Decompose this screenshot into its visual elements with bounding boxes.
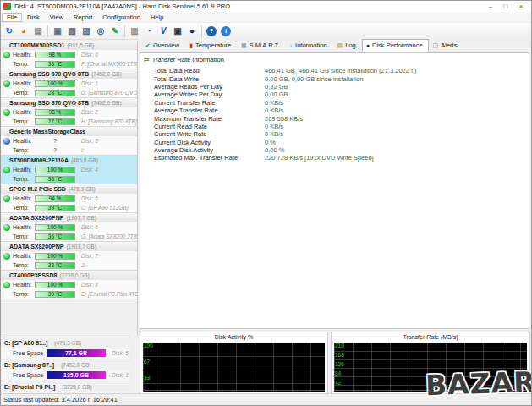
edit-icon[interactable]: ✎ — [108, 25, 122, 38]
perf-value: 0,00 % — [265, 146, 284, 154]
health-label: Health: — [13, 195, 35, 201]
check-circle-icon: ✔ — [145, 42, 151, 49]
tab-log[interactable]: ▤Log — [333, 39, 362, 52]
temp-bar: 36 °C — [35, 233, 75, 240]
perf-label: Current Disk Activity — [154, 139, 265, 146]
partition-disk-number: Disk: 5 — [112, 350, 129, 356]
disk-item-7[interactable]: ADATA SX8200PNP(1907,7 GB) Health:100 %D… — [1, 242, 137, 271]
temp-bar: ? — [35, 147, 75, 154]
disk-item-2[interactable]: Samsung SSD 870 QVO 8TB(7452,0 GB) Healt… — [1, 98, 137, 127]
maximize-button[interactable]: □ — [498, 2, 513, 11]
clock-icon[interactable]: ◔ — [142, 25, 156, 38]
tab-temperature[interactable]: ▮Temperature — [185, 39, 237, 52]
transfer-rate-panel: ⇄ Transfer Rate Information Total Data R… — [140, 52, 529, 329]
disk-number: Disk: 4 — [81, 167, 98, 173]
app-icon — [3, 3, 11, 10]
perf-label: Average Transfer Rate — [154, 107, 265, 114]
temp-bar: 33 °C — [35, 61, 75, 68]
disk-number: Disk: 8 — [81, 282, 98, 288]
disk-item-0[interactable]: CT1000MX500SSD1(931,5 GB) Health:98 %Dis… — [1, 41, 137, 69]
world-status-icon[interactable]: ◕ — [17, 25, 30, 38]
temp-bar: 39 °C — [35, 205, 75, 211]
drive-letter: D: [Samsung 870 QVO 8TB] — [81, 90, 137, 96]
disk-name: CT1000MX500SSD1 — [9, 42, 64, 48]
partition-letter: C: [SP A80 51..] — [4, 340, 47, 346]
tab-overview[interactable]: ✔Overview — [141, 39, 185, 52]
tab-information[interactable]: ↓Information — [286, 39, 333, 52]
health-bar: 98 % — [35, 52, 75, 58]
tab-alerts[interactable]: ▢Alerts — [429, 39, 463, 52]
health-status-icon — [3, 109, 10, 116]
partition-size: (3726,0 GB) — [62, 384, 91, 390]
health-label: Health: — [13, 52, 35, 58]
perf-label: Total Data Write — [154, 75, 265, 83]
disk-surface-icon[interactable]: ▨ — [65, 25, 79, 38]
temp-bar: 36 °C — [35, 176, 75, 183]
perf-value: 0,00 GB, 0,00 GB since installation — [265, 75, 363, 83]
tab-smart[interactable]: ▦S.M.A.R.T. — [237, 39, 285, 52]
disk-item-8[interactable]: CT4000P3PSSD8(3726,0 GB) Health:100 %Dis… — [1, 271, 137, 299]
y-tick: 42 — [335, 380, 341, 386]
document-icon[interactable]: ▥ — [128, 25, 141, 38]
disk-number: Disk: 2 — [81, 109, 98, 115]
tab-bar: ✔Overview ▮Temperature ▦S.M.A.R.T. ↓Info… — [139, 39, 531, 52]
monitor-icon[interactable]: ▣ — [171, 25, 184, 38]
temp-label: Temp: — [13, 291, 35, 297]
disk-item-1[interactable]: Samsung SSD 870 QVO 8TB(7452,0 GB) Healt… — [1, 69, 137, 98]
refresh-icon[interactable]: ↻ — [3, 25, 16, 38]
tab-label: Alerts — [441, 41, 457, 49]
disk-item-3[interactable]: Generic MassStorageClass Health:?Disk: 3… — [1, 127, 137, 156]
menu-disk[interactable]: Disk — [22, 13, 45, 22]
perf-label: Current Read Rate — [154, 123, 265, 130]
health-label: Health: — [13, 224, 35, 230]
temp-label: Temp: — [13, 262, 35, 268]
disk-item-4-selected[interactable]: ST500DM009-2F110A(465,8 GB) Health:100 %… — [1, 156, 137, 184]
disk-item-5[interactable]: SPCC M.2 PCIe SSD(476,9 GB) Health:94 %D… — [1, 184, 137, 213]
partition-row-d[interactable]: D: [Samsung 87..](7452,0 GB) Free Space1… — [1, 359, 129, 381]
health-status-icon — [3, 282, 10, 288]
menu-view[interactable]: View — [45, 13, 69, 22]
y-tick: 67 — [144, 359, 150, 365]
log-icon: ▤ — [337, 42, 343, 49]
bazar-watermark: BAZAR — [425, 365, 532, 403]
tab-disk-performance[interactable]: ●Disk Performance — [362, 39, 429, 52]
perf-value: 0 KB/s — [265, 107, 283, 114]
partition-letter: E: [Crucial P3 Pl..] — [4, 384, 55, 390]
sphere-icon[interactable]: ● — [185, 25, 199, 38]
perf-label: Average Reads Per Day — [154, 83, 265, 91]
disk-size: (3726,0 GB) — [59, 272, 89, 278]
disk-list: CT1000MX500SSD1(931,5 GB) Health:98 %Dis… — [1, 41, 138, 336]
activity-series-line — [143, 390, 325, 391]
tab-label: Disk Performance — [372, 41, 423, 49]
help-icon[interactable]: ? — [205, 25, 218, 38]
sentinel-icon[interactable]: V — [156, 25, 170, 38]
partition-row-c[interactable]: C: [SP A80 51..](476,3 GB) Free Space77,… — [1, 337, 129, 359]
disk-size: (465,8 GB) — [71, 157, 98, 163]
perf-label: Current Write Rate — [154, 130, 265, 138]
disk-name: Samsung SSD 870 QVO 8TB — [9, 100, 89, 106]
disk-name: ST500DM009-2F110A — [9, 157, 69, 163]
disk-search-icon[interactable]: ◎ — [94, 25, 107, 38]
report-icon[interactable]: ▤ — [31, 25, 45, 38]
disk-item-6[interactable]: ADATA SX8200PNP(1907,7 GB) Health:100 %D… — [1, 213, 137, 242]
information-icon: ↓ — [290, 42, 293, 49]
partition-row-e[interactable]: E: [Crucial P3 Pl..](3726,0 GB) Free Spa… — [1, 381, 129, 394]
menu-configuration[interactable]: Configuration — [97, 13, 145, 22]
menu-file[interactable]: File — [2, 13, 22, 22]
disk-number: Disk: 6 — [81, 224, 98, 230]
temp-label: Temp: — [13, 176, 35, 182]
disk-info-icon[interactable]: ▧ — [80, 25, 93, 38]
temp-label: Temp: — [13, 233, 35, 239]
perf-value: 209 558 KB/s — [265, 115, 303, 123]
minimize-button[interactable]: – — [483, 2, 498, 11]
menu-report[interactable]: Report — [69, 13, 98, 22]
disk-detect-icon[interactable]: ▣ — [51, 25, 64, 38]
close-button[interactable]: × — [513, 2, 529, 11]
y-tick: 210 — [335, 343, 344, 348]
menu-help[interactable]: Help — [145, 13, 168, 22]
disk-name: SPCC M.2 PCIe SSD — [9, 186, 66, 192]
info-icon[interactable]: i — [219, 25, 233, 38]
temp-bar: 33 °C — [35, 262, 75, 269]
partition-list: C: [SP A80 51..](476,3 GB) Free Space77,… — [1, 337, 129, 394]
perf-label: Average Disk Activity — [154, 146, 265, 154]
